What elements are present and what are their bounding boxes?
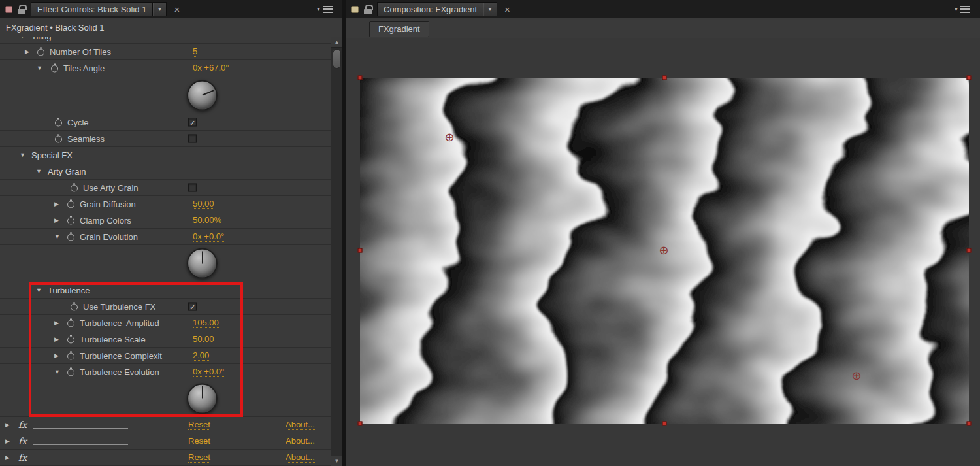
effect-control-point-icon[interactable]: ⊕ (659, 244, 668, 256)
stopwatch-icon[interactable] (67, 368, 75, 376)
effect-params-list: ▼Tiling▶Number Of Tiles5▼Tiles Angle0x +… (0, 37, 331, 466)
selection-handle[interactable] (662, 422, 667, 426)
param-value[interactable]: 0x +0.0° (193, 231, 224, 242)
effect-control-point-icon[interactable]: ⊕ (851, 370, 861, 382)
stopwatch-icon[interactable] (71, 303, 78, 311)
checkbox[interactable] (188, 135, 197, 143)
param-label: Grain Diffusion (80, 199, 136, 209)
reset-link[interactable]: Reset (188, 420, 210, 430)
twirl-closed-icon[interactable]: ▶ (25, 48, 29, 55)
selection-handle[interactable] (358, 248, 363, 253)
tab-dropdown-icon[interactable]: ▼ (153, 7, 166, 12)
panel-color-chip (351, 6, 359, 13)
about-link[interactable]: About... (286, 452, 315, 463)
stopwatch-icon[interactable] (55, 135, 63, 143)
param-label: Turbulence Scale (80, 335, 146, 344)
twirl-closed-icon[interactable]: ▶ (54, 336, 59, 342)
panel-menu-icon[interactable]: ▼ (316, 5, 335, 14)
twirl-open-icon[interactable]: ▼ (20, 152, 25, 158)
effect-control-point-icon[interactable]: ⊕ (444, 131, 454, 143)
row-arty-grain: ▼Arty Grain (0, 163, 331, 180)
param-value[interactable]: 50.00 (193, 334, 214, 344)
twirl-open-icon[interactable]: ▼ (36, 168, 42, 175)
checkbox[interactable]: ✓ (188, 118, 197, 127)
panel-lock-icon[interactable] (364, 5, 372, 14)
twirl-open-icon[interactable]: ▼ (54, 369, 60, 375)
about-link[interactable]: About... (286, 420, 315, 430)
tab-effect-controls[interactable]: Effect Controls: Black Solid 1 ▼ (31, 2, 167, 16)
param-value[interactable]: 0x +0.0° (193, 367, 224, 377)
row-tiles-angle: ▼Tiles Angle0x +67.0° (0, 60, 331, 76)
viewer-tab-fxgradient[interactable]: FXgradient (369, 21, 429, 37)
twirl-open-icon[interactable]: ▼ (54, 233, 60, 240)
twirl-closed-icon[interactable]: ▶ (5, 438, 10, 444)
fx-effect-icon[interactable]: fx (18, 436, 27, 446)
stopwatch-icon[interactable] (51, 64, 59, 73)
scrollbar-up-arrow-icon[interactable]: ▲ (331, 37, 342, 48)
fx-effect-icon[interactable]: fx (18, 452, 27, 463)
selection-handle[interactable] (967, 248, 972, 253)
dial-pointer (202, 90, 214, 95)
panel-menu-caret-icon: ▼ (954, 7, 958, 12)
stopwatch-icon[interactable] (67, 352, 75, 360)
param-value[interactable]: 2.00 (193, 350, 209, 361)
about-link[interactable]: About... (286, 436, 315, 446)
param-label: Arty Grain (48, 167, 86, 176)
composition-layer-image[interactable]: ⊕⊕⊕ (360, 78, 969, 424)
row-effect-entry-2: ▶fxResetAbout... (0, 433, 331, 450)
reset-link[interactable]: Reset (188, 452, 210, 463)
checkbox[interactable] (188, 184, 197, 192)
effect-controls-scrollbar[interactable]: ▲ ▼ (331, 37, 342, 466)
tab-composition[interactable]: Composition: FXgradient ▼ (377, 2, 497, 16)
twirl-closed-icon[interactable]: ▶ (5, 454, 10, 461)
rotation-dial[interactable] (187, 248, 218, 279)
row-use-turbulence-fx: Use Turbulence FX✓ (0, 299, 331, 315)
selection-handle[interactable] (358, 422, 363, 426)
param-value[interactable]: 50.00% (193, 215, 221, 225)
param-label: Turbulence Evolution (80, 367, 159, 377)
twirl-closed-icon[interactable]: ▶ (54, 320, 59, 326)
tab-dropdown-icon[interactable]: ▼ (483, 7, 497, 12)
fx-effect-icon[interactable]: fx (18, 420, 27, 430)
effect-target-header: FXgradient • Black Solid 1 (0, 18, 342, 37)
scrollbar-thumb[interactable] (333, 49, 341, 69)
twirl-closed-icon[interactable]: ▶ (5, 422, 10, 428)
reset-link[interactable]: Reset (188, 436, 210, 446)
twirl-open-icon[interactable]: ▼ (37, 65, 42, 71)
checkbox[interactable]: ✓ (188, 303, 197, 311)
selection-handle[interactable] (662, 76, 667, 80)
stopwatch-icon[interactable] (67, 216, 75, 225)
tab-effect-controls-label: Effect Controls: Black Solid 1 (37, 5, 152, 14)
effect-name-line (33, 428, 128, 429)
row-effect-entry-3: ▶fxResetAbout... (0, 450, 331, 466)
param-value[interactable]: 50.00 (193, 199, 214, 209)
param-label: Tiling (31, 37, 52, 41)
panel-menu-icon[interactable]: ▼ (954, 5, 972, 14)
stopwatch-icon[interactable] (55, 118, 63, 127)
twirl-open-icon[interactable]: ▼ (36, 287, 42, 293)
effect-name-line (33, 444, 128, 445)
stopwatch-icon[interactable] (67, 319, 75, 327)
twirl-open-icon[interactable]: ▼ (20, 37, 25, 39)
param-value[interactable]: 105.00 (193, 318, 219, 328)
tab-close-icon[interactable]: × (174, 5, 180, 14)
param-label: Cycle (67, 118, 89, 127)
rotation-dial[interactable] (187, 80, 218, 110)
stopwatch-icon[interactable] (67, 233, 75, 241)
twirl-closed-icon[interactable]: ▶ (54, 352, 59, 359)
stopwatch-icon[interactable] (67, 335, 75, 344)
twirl-closed-icon[interactable]: ▶ (54, 217, 59, 224)
stopwatch-icon[interactable] (71, 184, 78, 192)
panel-lock-icon[interactable] (18, 5, 25, 14)
param-value[interactable]: 5 (193, 46, 197, 57)
param-value[interactable]: 0x +67.0° (193, 63, 229, 73)
selection-handle[interactable] (967, 76, 972, 80)
scrollbar-down-arrow-icon[interactable]: ▼ (331, 456, 342, 466)
stopwatch-icon[interactable] (67, 200, 75, 208)
selection-handle[interactable] (967, 422, 972, 426)
twirl-closed-icon[interactable]: ▶ (54, 201, 59, 207)
selection-handle[interactable] (358, 76, 363, 80)
tab-close-icon[interactable]: × (504, 5, 510, 14)
rotation-dial[interactable] (187, 383, 218, 414)
stopwatch-icon[interactable] (37, 48, 45, 56)
